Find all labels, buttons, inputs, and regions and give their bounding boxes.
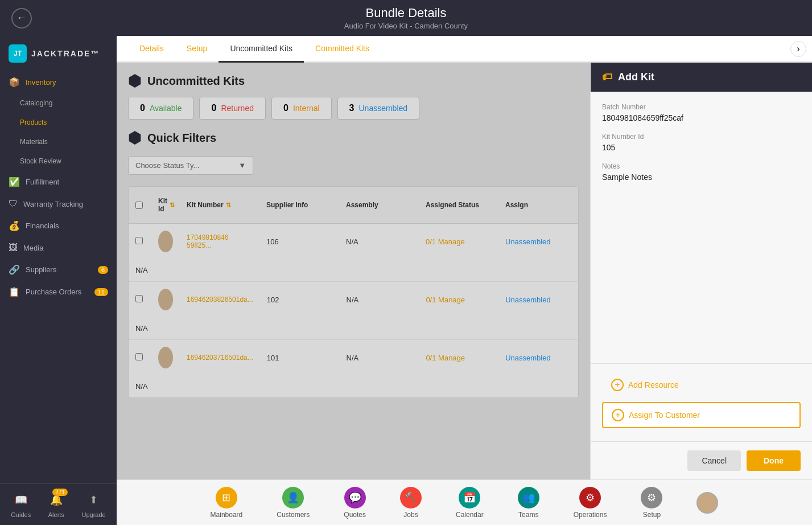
- returned-count: 0: [211, 103, 216, 113]
- row1-checkbox-cell: [129, 229, 151, 253]
- row3-assembly[interactable]: 0/1 Manage: [419, 347, 498, 369]
- row3-checkbox[interactable]: [135, 353, 143, 360]
- alerts-button[interactable]: 🔔 271 Alerts: [47, 491, 65, 518]
- nav-customers-label: Customers: [277, 511, 310, 519]
- calendar-icon: 📅: [459, 487, 480, 508]
- kit-table: Kit Id ⇅ Kit Number ⇅ Supplier Info Asse…: [128, 186, 579, 398]
- nav-setup[interactable]: ⚙ Setup: [641, 487, 662, 519]
- tab-uncommitted-kits[interactable]: Uncommitted Kits: [219, 36, 304, 63]
- inventory-icon: 📦: [9, 77, 20, 88]
- sidebar-item-financials[interactable]: 💰 Financials: [0, 215, 117, 237]
- row2-supplier: N/A: [340, 289, 419, 311]
- sidebar-item-stock-review[interactable]: Stock Review: [0, 151, 117, 171]
- tab-arrow-right[interactable]: ›: [790, 41, 806, 57]
- th-checkbox: [129, 192, 151, 218]
- kit-number-id-label: Kit Number Id: [602, 133, 801, 141]
- sidebar-item-purchase-orders[interactable]: 📋 Purchase Orders 11: [0, 281, 117, 303]
- purchase-orders-icon: 📋: [9, 286, 20, 297]
- nav-operations[interactable]: ⚙ Operations: [574, 487, 607, 519]
- bottom-nav: ⊞ Mainboard 👤 Customers 💬 Quotes 🔨 Jobs …: [117, 479, 812, 525]
- status-pill-internal[interactable]: 0 Internal: [271, 97, 332, 120]
- sort-kit-number-icon[interactable]: ⇅: [226, 202, 231, 209]
- done-button[interactable]: Done: [747, 450, 801, 471]
- status-filter-dropdown[interactable]: Choose Status Ty... ▼: [128, 156, 253, 175]
- tab-details[interactable]: Details: [128, 36, 175, 63]
- sidebar-item-inventory[interactable]: 📦 Inventory: [0, 71, 117, 93]
- status-pill-available[interactable]: 0 Available: [128, 97, 193, 120]
- sidebar-item-cataloging[interactable]: Cataloging: [0, 93, 117, 113]
- th-supplier-info: Supplier Info: [259, 192, 339, 218]
- row1-assembly[interactable]: 0/1 Manage: [419, 231, 498, 253]
- panel-tag-icon: 🏷: [602, 71, 612, 83]
- add-resource-label: Add Resource: [628, 380, 679, 389]
- back-button[interactable]: ←: [11, 8, 32, 28]
- batch-number-field: Batch Number 1804981084659ff25caf: [602, 103, 801, 122]
- sidebar-label-fulfillment: Fulfillment: [26, 178, 59, 186]
- suppliers-badge: 6: [98, 266, 108, 274]
- nav-setup-label: Setup: [643, 511, 661, 519]
- row2-kit-number: 102: [260, 289, 340, 311]
- sidebar-item-materials[interactable]: Materials: [0, 132, 117, 151]
- uncommitted-kits-title: Uncommitted Kits: [147, 75, 245, 88]
- sidebar-item-suppliers[interactable]: 🔗 Suppliers 6: [0, 259, 117, 281]
- th-kit-id-label: Kit Id: [158, 197, 167, 213]
- sidebar-item-warranty[interactable]: 🛡 Warranty Tracking: [0, 193, 117, 215]
- cancel-button[interactable]: Cancel: [687, 450, 741, 471]
- row3-kit-id[interactable]: 16946203716501da...: [180, 347, 260, 368]
- row2-assembly[interactable]: 0/1 Manage: [419, 289, 498, 311]
- row1-checkbox[interactable]: [135, 237, 143, 244]
- row2-assign: N/A: [129, 317, 151, 339]
- upgrade-button[interactable]: ⬆ Upgrade: [81, 491, 105, 518]
- tab-setup[interactable]: Setup: [175, 36, 219, 63]
- operations-icon: ⚙: [579, 487, 601, 508]
- nav-customers[interactable]: 👤 Customers: [277, 487, 310, 519]
- alerts-badge: 271: [52, 489, 68, 496]
- quick-filters-hexagon: [128, 131, 142, 145]
- nav-calendar-label: Calendar: [456, 511, 484, 519]
- quotes-icon: 💬: [344, 487, 366, 508]
- nav-jobs-label: Jobs: [403, 511, 418, 519]
- row3-avatar: [158, 347, 173, 368]
- status-pill-returned[interactable]: 0 Returned: [199, 97, 266, 120]
- jobs-icon: 🔨: [400, 487, 422, 508]
- row1-kit-number: 106: [259, 231, 339, 253]
- row1-kit-id[interactable]: 17049810846 59ff25...: [180, 227, 259, 256]
- row2-checkbox[interactable]: [135, 295, 143, 302]
- nav-operations-label: Operations: [574, 511, 607, 519]
- nav-user-avatar[interactable]: [696, 492, 718, 514]
- nav-teams[interactable]: 👥 Teams: [518, 487, 539, 519]
- select-all-checkbox[interactable]: [135, 202, 143, 209]
- status-pill-unassembled[interactable]: 3 Unassembled: [337, 97, 420, 120]
- nav-jobs[interactable]: 🔨 Jobs: [400, 487, 422, 519]
- nav-mainboard[interactable]: ⊞ Mainboard: [211, 487, 243, 519]
- row3-assign: N/A: [129, 375, 151, 397]
- add-resource-button[interactable]: + Add Resource: [602, 372, 801, 397]
- content-area: Uncommitted Kits 0 Available 0 Returned …: [117, 63, 590, 479]
- guides-button[interactable]: 📖 Guides: [11, 491, 31, 518]
- uncommitted-kits-header: Uncommitted Kits: [128, 74, 579, 88]
- sidebar-item-products[interactable]: Products: [0, 113, 117, 132]
- sidebar-item-fulfillment[interactable]: ✅ Fulfillment: [0, 171, 117, 193]
- upgrade-label: Upgrade: [81, 511, 105, 518]
- filter-placeholder-text: Choose Status Ty...: [135, 161, 199, 170]
- th-kit-number: Kit Number ⇅: [180, 192, 259, 218]
- available-label: Available: [150, 104, 182, 113]
- table-row: 17049810846 59ff25... 106 N/A 0/1 Manage…: [129, 224, 578, 282]
- logo-icon: JT: [9, 44, 27, 63]
- sidebar-label-materials: Materials: [20, 138, 48, 146]
- available-count: 0: [140, 103, 145, 113]
- nav-quotes[interactable]: 💬 Quotes: [344, 487, 366, 519]
- kit-number-id-value: 105: [602, 143, 801, 152]
- sidebar-item-media[interactable]: 🖼 Media: [0, 237, 117, 259]
- sort-kit-id-icon[interactable]: ⇅: [170, 202, 175, 209]
- assign-customer-button[interactable]: + Assign To Customer: [602, 402, 801, 428]
- tab-committed-kits[interactable]: Committed Kits: [304, 36, 381, 63]
- nav-calendar[interactable]: 📅 Calendar: [456, 487, 484, 519]
- guides-label: Guides: [11, 511, 31, 518]
- fulfillment-icon: ✅: [9, 177, 20, 187]
- purchase-orders-badge: 11: [94, 288, 108, 296]
- row2-kit-id[interactable]: 16946203826501da...: [180, 289, 260, 310]
- kit-number-id-field: Kit Number Id 105: [602, 133, 801, 152]
- main-layout: JT JACKTRADE™ 📦 Inventory Cataloging Pro…: [0, 36, 812, 525]
- setup-icon: ⚙: [641, 487, 662, 508]
